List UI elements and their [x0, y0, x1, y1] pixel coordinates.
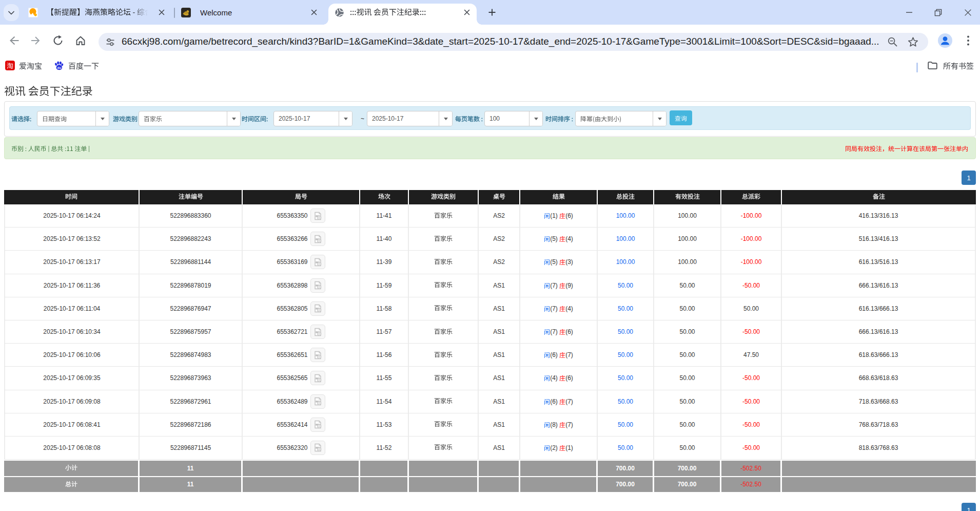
svg-text:du: du [57, 66, 62, 69]
